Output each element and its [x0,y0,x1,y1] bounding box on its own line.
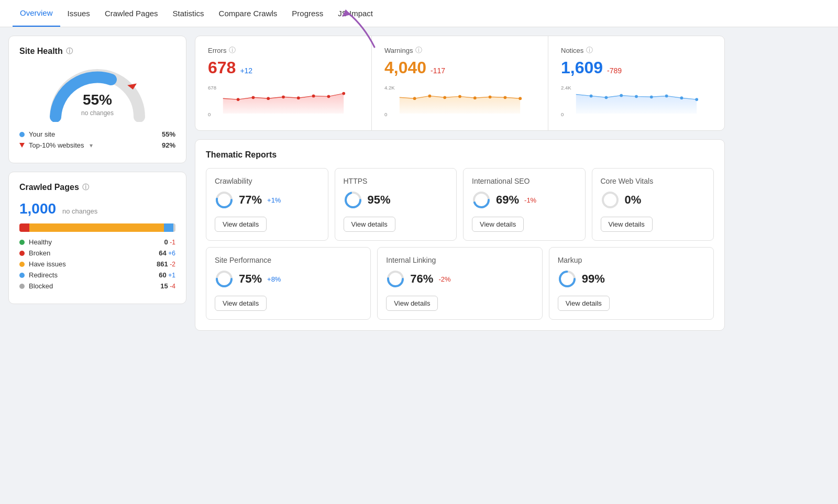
svg-point-11 [342,92,345,95]
svg-point-21 [519,97,522,100]
linking-score-row: 76% -2% [386,270,533,288]
svg-point-28 [650,95,653,98]
linking-title: Internal Linking [386,256,533,264]
thematic-title: Thematic Reports [206,150,714,160]
crawlability-view-details[interactable]: View details [215,217,267,232]
nav-crawled-pages[interactable]: Crawled Pages [97,1,166,26]
svg-text:0: 0 [208,111,211,117]
nav-progress[interactable]: Progress [284,1,330,26]
warnings-label-row: Warnings ⓘ [384,46,535,55]
https-view-details[interactable]: View details [344,217,395,232]
nav-js-impact[interactable]: JS Impact [330,1,380,26]
notices-change: -789 [607,66,622,75]
nav-compare-crawls[interactable]: Compare Crawls [212,1,285,26]
report-international-seo: International SEO 69% -1% View details [463,168,586,241]
svg-text:678: 678 [208,85,216,91]
redirects-value: 60 [159,271,166,279]
main-content: Site Health ⓘ 55% no changes [0,27,733,339]
svg-point-20 [504,96,507,99]
warnings-value: 4,040 [384,58,426,77]
intl-seo-score: 69% [496,193,519,207]
notices-info-icon[interactable]: ⓘ [586,46,593,55]
crawled-pages-info-icon[interactable]: ⓘ [82,183,89,192]
warnings-info-icon[interactable]: ⓘ [415,46,422,55]
blocked-label: Blocked [29,282,53,290]
blocked-value-group: 15 -4 [160,282,175,290]
your-site-value: 55% [162,130,175,138]
errors-change: +12 [240,66,252,75]
cwv-score: 0% [625,193,642,207]
svg-point-14 [413,97,416,100]
site-health-title: Site Health ⓘ [19,47,175,56]
https-donut [344,191,362,209]
intl-seo-change: -1% [524,196,536,204]
svg-point-10 [327,95,330,98]
healthy-change: -1 [170,239,175,246]
notices-block: Notices ⓘ 1,609 -789 2.4K 0 [548,36,724,130]
top-navigation: Overview Issues Crawled Pages Statistics… [0,0,838,27]
thematic-row1: Crawlability 77% +1% View details HTTPS [206,168,714,241]
issues-bar [29,223,164,232]
site-health-info-icon[interactable]: ⓘ [66,47,73,56]
your-site-label: Your site [29,130,55,138]
svg-point-26 [620,94,623,97]
intl-seo-view-details[interactable]: View details [472,217,524,232]
perf-donut [215,270,234,288]
cwv-score-row: 0% [601,191,705,209]
svg-point-19 [489,95,492,98]
gauge-text: 55% no changes [81,92,114,117]
cwv-title: Core Web Vitals [601,177,705,185]
redirects-bar [164,223,173,232]
svg-point-16 [443,96,446,99]
cwv-view-details[interactable]: View details [601,217,653,232]
crawlability-donut [215,191,234,209]
nav-issues[interactable]: Issues [60,1,97,26]
right-panel: Errors ⓘ 678 +12 678 0 [195,36,725,331]
blocked-bar [173,223,175,232]
markup-score-row: 99% [558,270,705,288]
crawled-pages-change: no changes [62,207,97,215]
svg-point-4 [237,98,240,101]
top10-dropdown-icon[interactable]: ▾ [90,142,93,149]
report-crawlability: Crawlability 77% +1% View details [206,168,328,241]
notices-sparkline: 2.4K 0 [561,83,712,119]
https-score-row: 95% [344,191,448,209]
errors-info-icon[interactable]: ⓘ [229,46,236,55]
top10-label: Top-10% websites [29,141,84,149]
errors-value-row: 678 +12 [208,58,359,77]
notices-value-row: 1,609 -789 [561,58,712,77]
perf-score-row: 75% +8% [215,270,362,288]
svg-point-30 [680,96,683,99]
perf-view-details[interactable]: View details [215,296,267,311]
stat-broken: Broken 64 +6 [19,249,175,257]
blocked-value: 15 [160,282,168,290]
nav-overview[interactable]: Overview [13,0,60,27]
issues-value: 861 [157,260,168,268]
svg-point-5 [252,96,255,99]
intl-seo-donut [472,191,491,209]
intl-seo-title: International SEO [472,177,577,185]
nav-statistics[interactable]: Statistics [166,1,212,26]
linking-view-details[interactable]: View details [386,296,438,311]
crawlability-change: +1% [267,196,281,204]
markup-donut [558,270,577,288]
svg-text:4.2K: 4.2K [384,85,395,91]
svg-point-6 [267,97,270,100]
svg-point-29 [665,95,668,98]
linking-donut [386,270,405,288]
svg-text:2.4K: 2.4K [561,85,571,91]
report-internal-linking: Internal Linking 76% -2% View details [377,247,542,320]
broken-value: 64 [159,249,166,257]
markup-view-details[interactable]: View details [558,296,610,311]
warnings-change: -117 [431,66,445,75]
notices-value: 1,609 [561,58,603,77]
gauge-container: 55% no changes [19,64,175,122]
broken-change: +6 [168,250,175,257]
crawlability-score: 77% [239,193,262,207]
crawled-pages-count: 1,000 [19,200,56,217]
stat-blocked: Blocked 15 -4 [19,282,175,290]
crawled-pages-card: Crawled Pages ⓘ 1,000 no changes Healthy [8,172,186,304]
svg-point-18 [473,96,477,99]
site-health-card: Site Health ⓘ 55% no changes [8,36,186,163]
https-title: HTTPS [344,177,448,185]
